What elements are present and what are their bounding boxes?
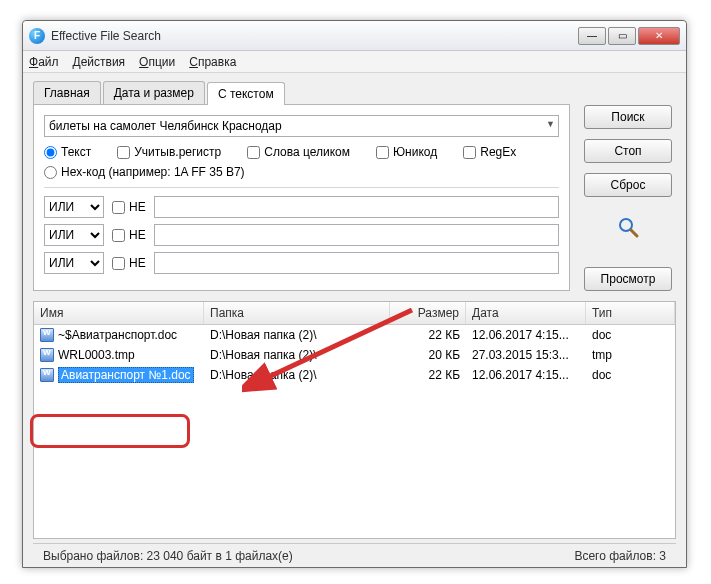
tab-text[interactable]: С текстом — [207, 82, 285, 105]
table-row-selected[interactable]: Авиатранспорт №1.doc D:\Новая папка (2)\… — [34, 365, 675, 385]
magnifier-icon — [616, 215, 640, 239]
checkbox-unicode[interactable]: Юникод — [376, 145, 437, 159]
side-buttons: Поиск Стоп Сброс Просмотр — [580, 81, 676, 291]
checkbox-whole-words[interactable]: Слова целиком — [247, 145, 350, 159]
results-list: Имя Папка Размер Дата Тип ~$Авиатранспор… — [33, 301, 676, 539]
checkbox-regex[interactable]: RegEx — [463, 145, 516, 159]
column-headers: Имя Папка Размер Дата Тип — [34, 302, 675, 325]
word-doc-icon — [40, 328, 54, 342]
close-button[interactable]: ✕ — [638, 27, 680, 45]
svg-line-1 — [631, 230, 637, 236]
logic-input-1[interactable] — [154, 196, 559, 218]
menu-help[interactable]: Справка — [189, 55, 236, 69]
statusbar: Выбрано файлов: 23 040 байт в 1 файлах(е… — [33, 543, 676, 567]
logic-input-3[interactable] — [154, 252, 559, 274]
logic-row-2: ИЛИ НЕ — [44, 224, 559, 246]
menu-file[interactable]: Файл — [29, 55, 59, 69]
client-area: Главная Дата и размер С текстом ▼ Текст … — [23, 73, 686, 567]
menu-actions[interactable]: Действия — [73, 55, 126, 69]
table-row[interactable]: WRL0003.tmp D:\Новая папка (2)\ 20 КБ 27… — [34, 345, 675, 365]
logic-row-1: ИЛИ НЕ — [44, 196, 559, 218]
not-checkbox-1[interactable]: НЕ — [112, 200, 146, 214]
logic-row-3: ИЛИ НЕ — [44, 252, 559, 274]
radio-hex[interactable]: Hex-код (например: 1A FF 35 B7) — [44, 165, 245, 179]
col-folder[interactable]: Папка — [204, 302, 390, 324]
table-row[interactable]: ~$Авиатранспорт.doc D:\Новая папка (2)\ … — [34, 325, 675, 345]
window-controls: — ▭ ✕ — [578, 27, 680, 45]
logic-select-1[interactable]: ИЛИ — [44, 196, 104, 218]
tab-main[interactable]: Главная — [33, 81, 101, 104]
search-query-input[interactable] — [44, 115, 559, 137]
result-rows: ~$Авиатранспорт.doc D:\Новая папка (2)\ … — [34, 325, 675, 538]
tab-date-size[interactable]: Дата и размер — [103, 81, 205, 104]
not-checkbox-2[interactable]: НЕ — [112, 228, 146, 242]
menu-options[interactable]: Опции — [139, 55, 175, 69]
not-checkbox-3[interactable]: НЕ — [112, 256, 146, 270]
radio-text[interactable]: Текст — [44, 145, 91, 159]
logic-select-2[interactable]: ИЛИ — [44, 224, 104, 246]
col-name[interactable]: Имя — [34, 302, 204, 324]
status-selected: Выбрано файлов: 23 040 байт в 1 файлах(е… — [43, 549, 293, 563]
reset-button[interactable]: Сброс — [584, 173, 672, 197]
logic-input-2[interactable] — [154, 224, 559, 246]
tab-panel-text: ▼ Текст Учитыв.регистр Слова целиком Юни… — [33, 104, 570, 291]
col-size[interactable]: Размер — [390, 302, 466, 324]
menubar: Файл Действия Опции Справка — [23, 51, 686, 73]
word-doc-icon — [40, 348, 54, 362]
col-type[interactable]: Тип — [586, 302, 675, 324]
stop-button[interactable]: Стоп — [584, 139, 672, 163]
window-title: Effective File Search — [51, 29, 578, 43]
titlebar[interactable]: F Effective File Search — ▭ ✕ — [23, 21, 686, 51]
logic-select-3[interactable]: ИЛИ — [44, 252, 104, 274]
tabstrip: Главная Дата и размер С текстом — [33, 81, 570, 104]
status-total: Всего файлов: 3 — [574, 549, 666, 563]
col-date[interactable]: Дата — [466, 302, 586, 324]
minimize-button[interactable]: — — [578, 27, 606, 45]
maximize-button[interactable]: ▭ — [608, 27, 636, 45]
search-button[interactable]: Поиск — [584, 105, 672, 129]
tab-area: Главная Дата и размер С текстом ▼ Текст … — [33, 81, 570, 291]
word-doc-icon — [40, 368, 54, 382]
app-icon: F — [29, 28, 45, 44]
view-button[interactable]: Просмотр — [584, 267, 672, 291]
checkbox-case[interactable]: Учитыв.регистр — [117, 145, 221, 159]
app-window: F Effective File Search — ▭ ✕ Файл Дейст… — [22, 20, 687, 568]
